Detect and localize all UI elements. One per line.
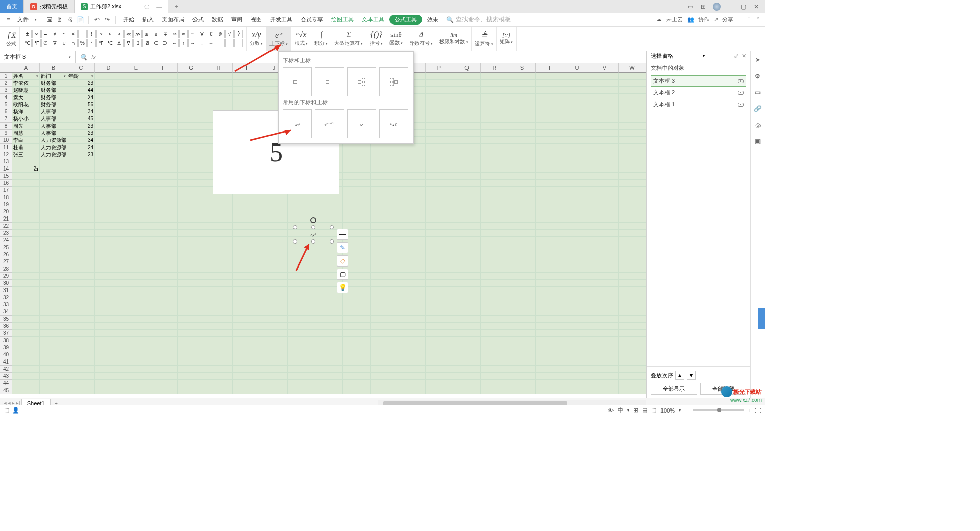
cell[interactable] (591, 366, 619, 373)
cell[interactable] (288, 358, 315, 366)
cell[interactable] (619, 137, 646, 144)
cell[interactable] (178, 180, 205, 187)
cell[interactable] (564, 366, 591, 373)
cell[interactable]: 24 (67, 94, 95, 101)
cell[interactable] (426, 151, 453, 158)
cell[interactable] (564, 165, 591, 173)
col-header[interactable]: H (205, 63, 233, 73)
row-header[interactable]: 42 (0, 366, 12, 373)
cell[interactable] (508, 351, 536, 358)
cell[interactable] (453, 387, 481, 394)
menu-file[interactable]: 文件 (14, 15, 32, 25)
object-item-2[interactable]: 文本框 2 (651, 87, 746, 99)
cell[interactable] (426, 230, 453, 237)
cell[interactable] (619, 194, 646, 201)
cell[interactable] (619, 273, 646, 280)
cell[interactable] (591, 380, 619, 387)
cell[interactable] (67, 337, 95, 344)
row-header[interactable]: 17 (0, 187, 12, 194)
cell[interactable] (260, 223, 288, 230)
cell[interactable] (12, 373, 40, 380)
cell[interactable] (12, 187, 40, 194)
cell[interactable] (150, 387, 178, 394)
cell[interactable] (619, 316, 646, 323)
cell[interactable] (260, 194, 288, 201)
cell[interactable] (178, 173, 205, 180)
cell[interactable] (67, 301, 95, 308)
cell[interactable] (398, 230, 426, 237)
cell[interactable] (426, 301, 453, 308)
cell[interactable] (178, 144, 205, 151)
cell[interactable] (150, 266, 178, 273)
col-header[interactable]: Q (453, 63, 481, 73)
cell[interactable]: 人力资源部 (40, 144, 67, 151)
cell[interactable] (453, 73, 481, 80)
cell[interactable] (343, 337, 371, 344)
cell[interactable] (95, 301, 122, 308)
cell[interactable] (95, 101, 122, 108)
cell[interactable] (260, 344, 288, 351)
cell[interactable] (150, 316, 178, 323)
window-close-icon[interactable]: ✕ (752, 3, 761, 11)
cell[interactable] (40, 373, 67, 380)
row-header[interactable]: 2 (0, 80, 12, 87)
cell[interactable] (371, 151, 398, 158)
cell[interactable] (398, 187, 426, 194)
row-header[interactable]: 3 (0, 87, 12, 94)
cell[interactable] (508, 151, 536, 158)
cell[interactable] (453, 294, 481, 301)
cell[interactable] (619, 180, 646, 187)
symbol-cell[interactable]: ≤ (142, 30, 151, 38)
cell[interactable] (178, 130, 205, 137)
row-header[interactable]: 13 (0, 158, 12, 165)
cell[interactable] (371, 316, 398, 323)
cell[interactable] (564, 215, 591, 223)
cell[interactable] (12, 215, 40, 223)
cell[interactable] (508, 280, 536, 287)
cell[interactable] (564, 266, 591, 273)
eye-icon[interactable] (738, 103, 744, 107)
symbol-cell[interactable]: ↔ (207, 39, 215, 47)
cell[interactable] (536, 351, 564, 358)
cell[interactable] (178, 273, 205, 280)
cell[interactable] (288, 380, 315, 387)
cell[interactable] (288, 208, 315, 215)
cell[interactable] (453, 358, 481, 366)
cell[interactable] (619, 380, 646, 387)
cell[interactable] (233, 194, 260, 201)
symbol-cell[interactable]: ∩ (69, 39, 78, 47)
cell[interactable] (619, 308, 646, 316)
cell[interactable] (453, 244, 481, 251)
cell[interactable] (343, 301, 371, 308)
cell[interactable] (95, 151, 122, 158)
cell[interactable] (481, 287, 508, 294)
menu-view[interactable]: 视图 (248, 15, 265, 25)
cell[interactable] (95, 137, 122, 144)
cell[interactable] (481, 151, 508, 158)
symbol-cell[interactable]: ∇ (51, 39, 59, 47)
cell[interactable] (122, 380, 150, 387)
cell[interactable] (40, 330, 67, 337)
symbol-cell[interactable]: ℉ (96, 39, 105, 47)
cell[interactable] (67, 158, 95, 165)
cell[interactable] (426, 208, 453, 215)
cell[interactable] (260, 323, 288, 330)
cell[interactable] (536, 223, 564, 230)
cell[interactable] (508, 80, 536, 87)
tab-file[interactable]: S工作簿2.xlsx◌— (75, 0, 168, 13)
cell[interactable] (233, 366, 260, 373)
cell[interactable] (591, 158, 619, 165)
cell[interactable] (453, 144, 481, 151)
float-collapse-button[interactable]: — (337, 229, 348, 240)
cell[interactable] (564, 201, 591, 208)
cell[interactable] (619, 80, 646, 87)
cell[interactable] (481, 137, 508, 144)
cell[interactable] (398, 215, 426, 223)
cell[interactable] (426, 351, 453, 358)
cell[interactable] (40, 316, 67, 323)
cell[interactable] (619, 280, 646, 287)
cell[interactable] (564, 101, 591, 108)
pane-close-icon[interactable]: ✕ (742, 53, 746, 59)
cell[interactable] (591, 316, 619, 323)
cell[interactable] (178, 373, 205, 380)
